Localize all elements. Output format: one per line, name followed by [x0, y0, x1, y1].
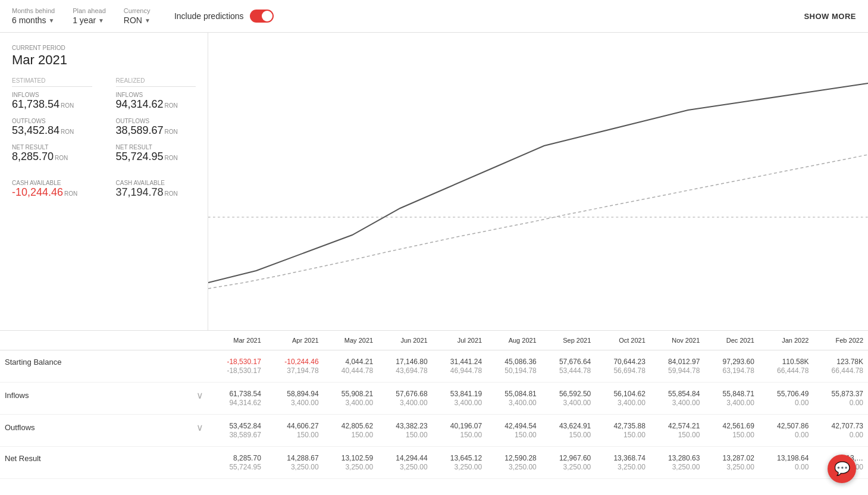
sb-apr2021: -10,244.46 37,194.78	[266, 350, 324, 383]
net-jul2021: 13,645.123,250.00	[433, 447, 487, 479]
outflows-apr2021: 44,606.27150.00	[266, 415, 324, 447]
realized-cash-label: CASH AVAILABLE	[116, 180, 196, 186]
currency-group: Currency RON ▼	[124, 7, 151, 25]
main-content: CURRENT PERIOD Mar 2021 ESTIMATED INFLOW…	[0, 33, 868, 330]
chart-area	[208, 33, 868, 330]
period-value: Mar 2021	[12, 52, 196, 68]
realized-outflows: OUTFLOWS 38,589.67RON	[116, 118, 196, 137]
months-behind-select[interactable]: 6 months ▼	[12, 15, 55, 25]
col-header-jun2021: Jun 2021	[378, 331, 433, 350]
estimated-inflows: INFLOWS 61,738.54RON	[12, 92, 92, 111]
plan-ahead-value: 1 year	[73, 15, 96, 25]
inflows-jul2021: 53,841.193,400.00	[433, 383, 487, 415]
col-header-aug2021: Aug 2021	[487, 331, 541, 350]
inflows-nov2021: 55,854.843,400.00	[650, 383, 705, 415]
col-header-sep2021: Sep 2021	[541, 331, 596, 350]
months-behind-group: Months behind 6 months ▼	[12, 7, 55, 25]
net-apr2021: 14,288.673,250.00	[266, 447, 324, 479]
realized-inflows-label: INFLOWS	[116, 92, 196, 98]
plan-ahead-select[interactable]: 1 year ▼	[73, 15, 106, 25]
outflows-sep2021: 43,624.91150.00	[541, 415, 596, 447]
estimated-outflows-label: OUTFLOWS	[12, 118, 92, 124]
sb-jun2021: 17,146.80 43,694.78	[378, 350, 433, 383]
months-behind-value: 6 months	[12, 15, 46, 25]
realized-inflows: INFLOWS 94,314.62RON	[116, 92, 196, 111]
outflows-label: Outflows ∨	[0, 415, 208, 447]
realized-cash-value: 37,194.78RON	[116, 186, 196, 199]
inflows-mar2021: 61,738.5494,314.62	[208, 383, 266, 415]
predictions-toggle[interactable]	[250, 10, 274, 23]
net-oct2021: 13,368.743,250.00	[596, 447, 650, 479]
outflows-feb2022: 42,707.730.00	[813, 415, 868, 447]
plan-ahead-group: Plan ahead 1 year ▼	[73, 7, 106, 25]
col-header-nov2021: Nov 2021	[650, 331, 705, 350]
table-header-row: Mar 2021 Apr 2021 May 2021 Jun 2021 Jul …	[0, 331, 868, 350]
inflows-aug2021: 55,084.813,400.00	[487, 383, 541, 415]
top-bar: Months behind 6 months ▼ Plan ahead 1 ye…	[0, 0, 868, 33]
predictions-label: Include predictions	[174, 11, 244, 21]
outflows-jan2022: 42,507.860.00	[759, 415, 814, 447]
starting-balance-label: Starting Balance	[0, 350, 208, 383]
currency-select[interactable]: RON ▼	[124, 15, 151, 25]
sb-feb2022: 123.78K 66,444.78	[813, 350, 868, 383]
outflows-oct2021: 42,735.88150.00	[596, 415, 650, 447]
realized-net-value: 55,724.95RON	[116, 151, 196, 163]
outflows-mar2021: 53,452.8438,589.67	[208, 415, 266, 447]
inflows-jan2022: 55,706.490.00	[759, 383, 814, 415]
col-header-dec2021: Dec 2021	[704, 331, 759, 350]
realized-net-label: NET RESULT	[116, 144, 196, 151]
inflows-label: Inflows ∨	[0, 383, 208, 415]
bottom-table: Mar 2021 Apr 2021 May 2021 Jun 2021 Jul …	[0, 330, 868, 479]
estimated-outflows-value: 53,452.84RON	[12, 124, 92, 137]
estimated-col: ESTIMATED INFLOWS 61,738.54RON OUTFLOWS …	[12, 77, 92, 170]
col-header-mar2021: Mar 2021	[208, 331, 266, 350]
estimated-cash-label: CASH AVAILABLE	[12, 180, 92, 186]
col-header-label	[0, 331, 208, 350]
cash-section: CASH AVAILABLE -10,244.46RON CASH AVAILA…	[12, 180, 196, 199]
plan-ahead-arrow-icon: ▼	[98, 17, 104, 24]
sb-dec2021: 97,293.60 63,194.78	[704, 350, 759, 383]
plan-ahead-label: Plan ahead	[73, 7, 106, 14]
chat-icon: 💬	[834, 461, 850, 477]
left-panel: CURRENT PERIOD Mar 2021 ESTIMATED INFLOW…	[0, 33, 208, 330]
sb-jul2021: 31,441.24 46,944.78	[433, 350, 487, 383]
inflows-apr2021: 58,894.943,400.00	[266, 383, 324, 415]
realized-col: REALIZED INFLOWS 94,314.62RON OUTFLOWS 3…	[116, 77, 196, 170]
show-more-button[interactable]: SHOW MORE	[804, 12, 856, 21]
net-result-row: Net Result 8,285.7055,724.95 14,288.673,…	[0, 447, 868, 479]
net-may2021: 13,102.593,250.00	[324, 447, 378, 479]
sb-aug2021: 45,086.36 50,194.78	[487, 350, 541, 383]
chat-button[interactable]: 💬	[828, 455, 856, 479]
cash-row: CASH AVAILABLE -10,244.46RON CASH AVAILA…	[12, 180, 196, 199]
col-header-jan2022: Jan 2022	[759, 331, 814, 350]
months-behind-arrow-icon: ▼	[49, 17, 55, 24]
net-result-label: Net Result	[0, 447, 208, 479]
outflows-dec2021: 42,561.69150.00	[704, 415, 759, 447]
col-header-apr2021: Apr 2021	[266, 331, 324, 350]
sb-oct2021: 70,644.23 56,694.78	[596, 350, 650, 383]
sb-nov2021: 84,012.97 59,944.78	[650, 350, 705, 383]
outflows-expand-icon[interactable]: ∨	[196, 422, 203, 433]
sb-may2021: 4,044.21 40,444.78	[324, 350, 378, 383]
col-header-may2021: May 2021	[324, 331, 378, 350]
starting-balance-row: Starting Balance -18,530.17 -18,530.17 -…	[0, 350, 868, 383]
outflows-jun2021: 43,382.23150.00	[378, 415, 433, 447]
outflows-jul2021: 40,196.07150.00	[433, 415, 487, 447]
metrics-row: ESTIMATED INFLOWS 61,738.54RON OUTFLOWS …	[12, 77, 196, 170]
inflows-dec2021: 55,848.713,400.00	[704, 383, 759, 415]
predictions-group: Include predictions	[174, 10, 274, 23]
estimated-net-label: NET RESULT	[12, 144, 92, 151]
net-aug2021: 12,590.283,250.00	[487, 447, 541, 479]
realized-cash-col: CASH AVAILABLE 37,194.78RON	[116, 180, 196, 199]
inflows-feb2022: 55,873.370.00	[813, 383, 868, 415]
outflows-may2021: 42,805.62150.00	[324, 415, 378, 447]
outflows-row: Outflows ∨ 53,452.8438,589.67 44,606.271…	[0, 415, 868, 447]
net-jun2021: 14,294.443,250.00	[378, 447, 433, 479]
realized-net-result: NET RESULT 55,724.95RON	[116, 144, 196, 163]
inflows-may2021: 55,908.213,400.00	[324, 383, 378, 415]
inflows-sep2021: 56,592.503,400.00	[541, 383, 596, 415]
inflows-expand-icon[interactable]: ∨	[196, 390, 203, 401]
net-dec2021: 13,287.023,250.00	[704, 447, 759, 479]
col-header-jul2021: Jul 2021	[433, 331, 487, 350]
outflows-aug2021: 42,494.54150.00	[487, 415, 541, 447]
